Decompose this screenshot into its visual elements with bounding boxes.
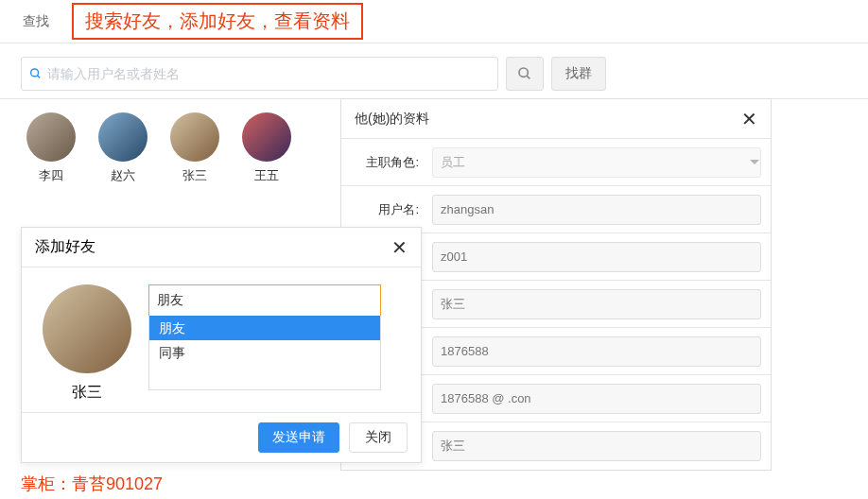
avatar xyxy=(242,112,291,162)
avatar xyxy=(170,112,219,162)
add-header: 添加好友 ✕ xyxy=(22,228,421,267)
nick-value: 张三 xyxy=(432,431,761,461)
annotation: 搜索好友，添加好友，查看资料 xyxy=(72,3,363,40)
add-right: 朋友 同事 xyxy=(148,284,406,403)
code-value: z001 xyxy=(432,242,761,272)
top-bar: 查找 搜索好友，添加好友，查看资料 xyxy=(0,0,868,43)
friend-name: 李四 xyxy=(39,167,63,184)
profile-header: 他(她)的资料 ✕ xyxy=(341,99,771,139)
friend-name: 赵六 xyxy=(111,167,135,184)
group-dropdown: 朋友 同事 xyxy=(148,316,381,390)
search-input[interactable] xyxy=(47,66,490,81)
name-value: 张三 xyxy=(432,289,761,319)
username-label: 用户名: xyxy=(341,201,426,218)
avatar xyxy=(26,112,76,162)
friend-item[interactable]: 张三 xyxy=(170,112,219,184)
add-left: 张三 xyxy=(43,284,131,403)
search-button[interactable] xyxy=(506,57,544,91)
friend-name: 王五 xyxy=(254,167,279,184)
add-body: 张三 朋友 同事 xyxy=(22,267,421,412)
friend-name: 张三 xyxy=(182,167,207,184)
friend-item[interactable]: 王五 xyxy=(242,112,291,184)
phone-value: 1876588 xyxy=(432,336,761,367)
group-input[interactable] xyxy=(148,284,381,317)
submit-button[interactable]: 发送申请 xyxy=(258,422,339,453)
avatar xyxy=(43,284,131,373)
add-title: 添加好友 xyxy=(35,237,95,257)
search-icon xyxy=(29,67,42,80)
profile-title: 他(她)的资料 xyxy=(355,111,429,128)
group-option[interactable]: 朋友 xyxy=(149,316,380,340)
tab-find[interactable]: 查找 xyxy=(8,13,64,30)
search-input-wrap[interactable] xyxy=(21,57,498,91)
search-row: 找群 xyxy=(0,43,868,99)
search-icon xyxy=(517,66,532,81)
watermark: 掌柜：青苔901027 xyxy=(21,473,163,495)
friend-item[interactable]: 李四 xyxy=(26,112,76,184)
close-button[interactable]: 关闭 xyxy=(349,422,408,453)
svg-line-1 xyxy=(37,76,40,78)
group-combo: 朋友 同事 xyxy=(148,284,406,317)
svg-point-2 xyxy=(519,68,528,77)
close-icon[interactable]: ✕ xyxy=(741,110,757,129)
find-group-button[interactable]: 找群 xyxy=(551,57,606,91)
username-value: zhangsan xyxy=(432,195,761,225)
avatar xyxy=(98,112,148,162)
close-icon[interactable]: ✕ xyxy=(391,238,408,257)
role-select[interactable]: 员工 xyxy=(432,147,761,178)
role-label: 主职角色: xyxy=(341,154,426,171)
add-footer: 发送申请 关闭 xyxy=(22,412,421,462)
profile-row-role: 主职角色: 员工 xyxy=(341,139,771,186)
friend-item[interactable]: 赵六 xyxy=(98,112,148,184)
svg-point-0 xyxy=(31,69,39,77)
svg-line-3 xyxy=(527,76,529,78)
target-name: 张三 xyxy=(72,383,102,403)
email-value: 1876588 @ .con xyxy=(432,384,761,414)
add-friend-dialog: 添加好友 ✕ 张三 朋友 同事 发送申请 关闭 xyxy=(21,227,422,463)
group-option[interactable]: 同事 xyxy=(149,340,380,365)
